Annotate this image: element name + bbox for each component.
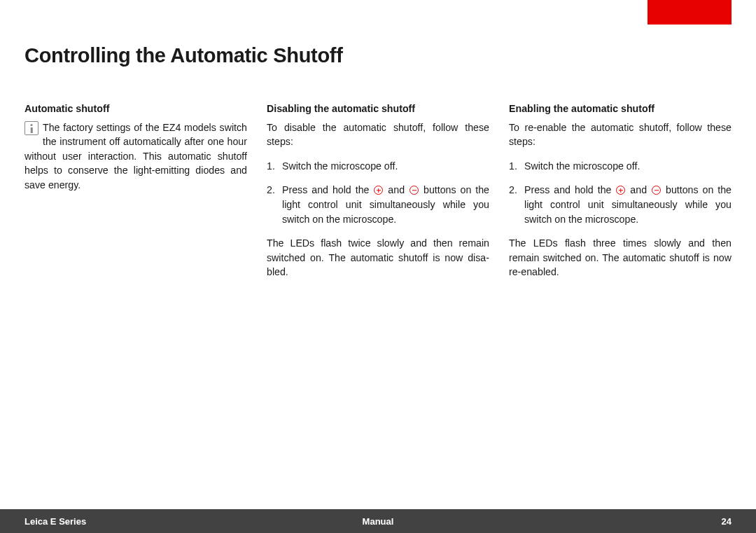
col3-steps: Switch the microscope off. Press and hol… xyxy=(509,159,732,226)
col1-heading: Automatic shutoff xyxy=(24,102,247,116)
content-columns: Automatic shutoff The factory settings o… xyxy=(24,102,732,289)
col2-steps: Switch the microscope off. Press and hol… xyxy=(267,159,489,226)
info-icon xyxy=(24,121,38,135)
footer-left: Leica E Series xyxy=(24,516,86,527)
col3-result: The LEDs flash three times slowly and th… xyxy=(509,236,732,279)
col3-step2: Press and hold the and buttons on the li… xyxy=(509,183,732,226)
plus-button-icon xyxy=(616,186,625,195)
footer-page-number: 24 xyxy=(722,516,732,527)
col1-body: The factory settings of the EZ4 models s… xyxy=(24,120,247,193)
page-title: Controlling the Automatic Shutoff xyxy=(24,44,343,67)
brand-block xyxy=(648,0,732,25)
col2-result: The LEDs flash twice slowly and then rem… xyxy=(267,236,489,279)
col2-heading: Disabling the automatic shutoff xyxy=(267,102,489,116)
col2-intro: To disable the automatic shutoff, follow… xyxy=(267,120,489,149)
footer-center: Manual xyxy=(0,516,756,527)
col3-step1: Switch the microscope off. xyxy=(509,159,732,174)
col1-text: The factory settings of the EZ4 models s… xyxy=(24,122,247,191)
col3-heading: Enabling the automatic shutoff xyxy=(509,102,732,116)
column-disabling: Disabling the automatic shutoff To disab… xyxy=(267,102,489,289)
col2-step2: Press and hold the and buttons on the li… xyxy=(267,183,489,226)
column-automatic-shutoff: Automatic shutoff The factory settings o… xyxy=(24,102,247,289)
column-enabling: Enabling the automatic shutoff To re-ena… xyxy=(509,102,732,289)
plus-button-icon xyxy=(374,186,383,195)
col2-step1: Switch the microscope off. xyxy=(267,159,489,174)
minus-button-icon xyxy=(410,186,419,195)
col3-intro: To re-enable the automatic shutoff, foll… xyxy=(509,120,732,149)
page: Controlling the Automatic Shutoff Automa… xyxy=(0,0,756,533)
minus-button-icon xyxy=(652,186,661,195)
footer-bar: Leica E Series Manual 24 xyxy=(0,509,756,533)
